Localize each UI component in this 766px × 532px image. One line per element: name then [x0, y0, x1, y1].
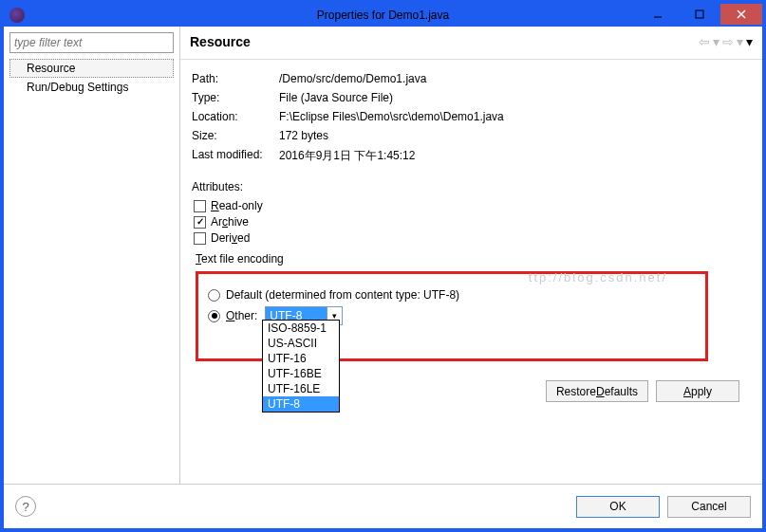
sidebar: Resource Run/Debug Settings: [4, 27, 180, 484]
highlighted-encoding-box: ttp://blog.csdn.net/ Default (determined…: [196, 271, 708, 361]
archive-label: Archive: [211, 215, 249, 229]
help-icon[interactable]: ?: [15, 496, 36, 517]
readonly-checkbox-row[interactable]: Read-only: [194, 199, 751, 212]
resource-info-table: Path:/Demo/src/demo/Demo1.java Type:File…: [192, 69, 510, 167]
modified-value: 2016年9月1日 下午1:45:12: [279, 145, 510, 167]
dropdown-item[interactable]: ISO-8859-1: [263, 321, 339, 336]
close-icon: [737, 9, 746, 19]
maximize-icon: [695, 9, 704, 19]
close-button[interactable]: [720, 4, 762, 25]
window-controls: [637, 4, 762, 27]
path-value: /Demo/src/demo/Demo1.java: [279, 69, 510, 88]
tree-item-rundebug[interactable]: Run/Debug Settings: [9, 78, 174, 97]
attributes-heading: Attributes:: [192, 180, 751, 193]
back-icon[interactable]: ⇦: [699, 34, 710, 49]
content-header: Resource ⇦▾ ⇨▾ ▾: [180, 27, 762, 60]
window-frame: Properties for Demo1.java Resource Run/D…: [0, 0, 766, 532]
cancel-button[interactable]: Cancel: [667, 496, 751, 518]
forward-icon[interactable]: ⇨: [722, 34, 734, 49]
eclipse-icon: [9, 8, 25, 23]
size-label: Size:: [192, 126, 279, 145]
dropdown-item[interactable]: UTF-16: [263, 351, 339, 366]
location-label: Location:: [192, 107, 279, 126]
menu-icon[interactable]: ▾: [746, 34, 753, 49]
size-value: 172 bytes: [279, 126, 510, 145]
readonly-label: Read-only: [211, 199, 263, 212]
minimize-button[interactable]: [637, 4, 679, 25]
minimize-icon: [653, 9, 663, 19]
content-panel: Resource ⇦▾ ⇨▾ ▾ Path:/Demo/src/demo/Dem…: [180, 27, 762, 484]
type-label: Type:: [192, 88, 279, 107]
apply-button[interactable]: Apply: [656, 380, 739, 402]
dropdown-item[interactable]: US-ASCII: [263, 336, 339, 351]
back-menu-icon[interactable]: ▾: [713, 34, 719, 49]
archive-checkbox[interactable]: [194, 216, 206, 229]
watermark-text: ttp://blog.csdn.net/: [529, 270, 667, 284]
window-title: Properties for Demo1.java: [317, 9, 449, 22]
content-body: Path:/Demo/src/demo/Demo1.java Type:File…: [180, 60, 762, 484]
header-nav: ⇦▾ ⇨▾ ▾: [699, 34, 753, 49]
titlebar[interactable]: Properties for Demo1.java: [4, 4, 762, 27]
nav-tree: Resource Run/Debug Settings: [9, 59, 174, 97]
default-encoding-label: Default (determined from content type: U…: [226, 288, 459, 302]
type-value: File (Java Source File): [279, 88, 510, 107]
derived-label: Derived: [211, 231, 250, 245]
encoding-dropdown[interactable]: ISO-8859-1 US-ASCII UTF-16 UTF-16BE UTF-…: [262, 320, 340, 413]
derived-checkbox[interactable]: [194, 232, 206, 245]
forward-menu-icon[interactable]: ▾: [737, 34, 743, 49]
encoding-section: Text file encoding ttp://blog.csdn.net/ …: [192, 252, 751, 361]
dropdown-item[interactable]: UTF-16BE: [263, 366, 339, 381]
default-encoding-radio-row[interactable]: Default (determined from content type: U…: [208, 288, 696, 302]
location-value: F:\Eclipse Files\Demo\src\demo\Demo1.jav…: [279, 107, 510, 126]
ok-button[interactable]: OK: [576, 496, 660, 518]
modified-label: Last modified:: [192, 145, 279, 167]
restore-defaults-button[interactable]: Restore Defaults: [546, 380, 648, 402]
encoding-legend: Text file encoding: [196, 252, 751, 266]
default-encoding-radio[interactable]: [208, 289, 220, 302]
main-row: Resource Run/Debug Settings Resource ⇦▾ …: [4, 27, 762, 485]
dropdown-item[interactable]: UTF-16LE: [263, 381, 339, 396]
other-encoding-radio[interactable]: [208, 310, 220, 322]
svg-rect-1: [696, 10, 703, 18]
readonly-checkbox[interactable]: [194, 200, 206, 212]
archive-checkbox-row[interactable]: Archive: [194, 215, 751, 229]
filter-input[interactable]: [9, 32, 174, 53]
tree-item-resource[interactable]: Resource: [9, 59, 174, 78]
path-label: Path:: [192, 69, 279, 88]
derived-checkbox-row[interactable]: Derived: [194, 231, 751, 245]
other-encoding-label: Other:: [226, 309, 257, 322]
dropdown-item[interactable]: UTF-8: [263, 396, 339, 412]
maximize-button[interactable]: [679, 4, 720, 25]
page-title: Resource: [190, 34, 251, 49]
bottom-bar: ? OK Cancel: [4, 485, 762, 528]
client-area: Resource Run/Debug Settings Resource ⇦▾ …: [4, 27, 762, 528]
